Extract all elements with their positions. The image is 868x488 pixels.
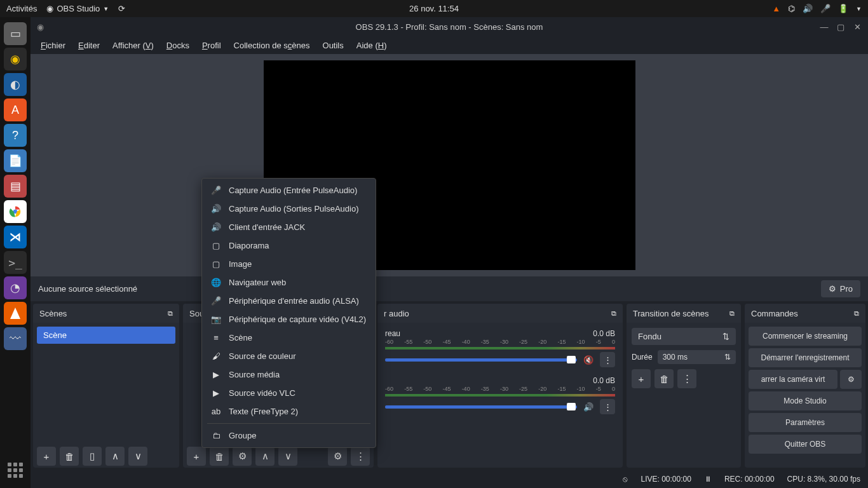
globe-icon: 🌐 (211, 278, 221, 287)
minimize-button[interactable]: — (820, 22, 829, 31)
remove-source-button[interactable]: 🗑 (210, 447, 229, 466)
list-icon: ≡ (211, 333, 221, 342)
dock-monitor[interactable]: 〰 (4, 327, 27, 350)
dock-rhythmbox[interactable]: ◉ (4, 48, 27, 71)
popout-icon[interactable]: ⧉ (729, 309, 735, 318)
exit-button[interactable]: Quitter OBS (749, 435, 862, 454)
properties-button[interactable]: ⚙ Pro (821, 280, 860, 297)
speaker-icon[interactable]: 🔊 (582, 402, 595, 412)
transition-select[interactable]: Fondu ⇅ (632, 328, 736, 345)
activities-button[interactable]: Activités (6, 4, 37, 13)
ctx-capture-audio-output[interactable]: 🔊Capture Audio (Sorties PulseAudio) (202, 200, 376, 218)
ctx-audio-input-alsa[interactable]: 🎤Périphérique d'entrée audio (ALSA) (202, 292, 376, 310)
mute-icon[interactable]: 🔇 (582, 355, 595, 365)
start-streaming-button[interactable]: Commencer le streaming (749, 327, 862, 346)
ctx-scene[interactable]: ≡Scène (202, 329, 376, 347)
menu-edit[interactable]: Editer (73, 38, 105, 53)
dock-software[interactable]: A (4, 98, 27, 121)
clock[interactable]: 26 nov. 11:54 (409, 4, 459, 13)
mixer-title: r audio (384, 309, 409, 318)
settings-button[interactable]: Paramètres (749, 413, 862, 432)
ctx-color-source[interactable]: 🖌Source de couleur (202, 347, 376, 365)
scene-item[interactable]: Scène (37, 327, 175, 344)
ctx-capture-audio-input[interactable]: 🎤Capture Audio (Entrée PulseAudio) (202, 181, 376, 200)
menu-file[interactable]: Fichier (36, 38, 71, 53)
dock-vscode[interactable]: ⋊ (4, 226, 27, 248)
virtual-camera-button[interactable]: arrer la caméra virt (749, 370, 837, 389)
ctx-browser[interactable]: 🌐Navigateur web (202, 273, 376, 292)
remove-scene-button[interactable]: 🗑 (60, 447, 79, 466)
mixer-panel: r audio ⧉ reau 0.0 dB -60-55-50-45-40-35… (377, 304, 623, 468)
speaker-icon: 🔊 (211, 204, 221, 214)
studio-mode-button[interactable]: Mode Studio (749, 391, 862, 410)
battery-icon[interactable]: 🔋 (838, 4, 848, 13)
app-menu[interactable]: ◉ OBS Studio ▼ (46, 4, 109, 13)
move-scene-down-button[interactable]: ∨ (128, 447, 147, 466)
window-title: OBS 29.1.3 - Profil: Sans nom - Scènes: … (356, 22, 543, 32)
ctx-vlc-source[interactable]: ▶Source vidéo VLC (202, 384, 376, 402)
popout-icon[interactable]: ⧉ (168, 309, 173, 318)
mixer-more-button[interactable]: ⋮ (600, 399, 615, 414)
volume-icon[interactable]: 🔊 (803, 4, 813, 13)
dock-terminal[interactable]: >_ (4, 251, 27, 274)
start-recording-button[interactable]: Démarrer l'enregistrement (749, 348, 862, 367)
add-transition-button[interactable]: + (632, 369, 651, 388)
duration-label: Durée (632, 353, 653, 362)
dock: ▭ ◉ ◐ A ? 📄 ▤ ⋊ >_ ◔ 〰 (0, 17, 31, 488)
dock-files[interactable]: ▭ (4, 22, 27, 45)
controls-panel: Commandes ⧉ Commencer le streaming Démar… (745, 304, 865, 468)
dock-chrome[interactable] (4, 200, 27, 223)
move-source-down-button[interactable]: ∨ (278, 447, 297, 466)
remove-transition-button[interactable]: 🗑 (654, 369, 674, 388)
dock-writer[interactable]: 📄 (4, 149, 27, 172)
ctx-slideshow[interactable]: ▢Diaporama (202, 236, 376, 255)
duration-spinner[interactable]: 300 ms ⇅ (658, 350, 736, 364)
transition-more-button[interactable]: ⋮ (677, 369, 696, 388)
ctx-group[interactable]: 🗀Groupe (202, 426, 376, 445)
popout-icon[interactable]: ⧉ (854, 309, 859, 318)
dock-obs[interactable]: ◔ (4, 276, 27, 299)
maximize-button[interactable]: ▢ (836, 22, 845, 31)
app-menu-label: OBS Studio (57, 4, 100, 13)
volume-slider[interactable] (385, 405, 577, 409)
vlc-tray-icon[interactable]: ▲ (772, 4, 780, 13)
mixer-meter (385, 347, 615, 349)
ctx-jack-client[interactable]: 🔊Client d'entrée JACK (202, 218, 376, 236)
menu-scene-collection[interactable]: Collection de scènes (229, 38, 315, 53)
system-menu-chevron-icon[interactable]: ▼ (856, 6, 862, 12)
mixer-channel-mic: 0.0 dB -60-55-50-45-40-35-30-25-20-15-10… (385, 375, 615, 414)
dock-thunderbird[interactable]: ◐ (4, 73, 27, 96)
menu-tools[interactable]: Outils (318, 38, 349, 53)
mixer-more-button[interactable]: ⋮ (600, 352, 615, 367)
ctx-text[interactable]: abTexte (FreeType 2) (202, 402, 376, 421)
move-source-up-button[interactable]: ∧ (255, 447, 275, 466)
microphone-icon[interactable]: 🎤 (820, 4, 831, 13)
dock-impress[interactable]: ▤ (4, 175, 27, 198)
ctx-media-source[interactable]: ▶Source média (202, 365, 376, 384)
ctx-image[interactable]: ▢Image (202, 255, 376, 273)
dock-vlc[interactable] (4, 302, 27, 325)
dock-show-apps[interactable] (4, 459, 27, 482)
popout-icon[interactable]: ⧉ (611, 309, 616, 318)
move-scene-up-button[interactable]: ∧ (105, 447, 125, 466)
volume-slider[interactable] (385, 358, 577, 362)
menu-help[interactable]: Aide (H) (351, 38, 392, 53)
network-icon[interactable]: ⌬ (788, 4, 795, 13)
add-source-button[interactable]: + (187, 447, 206, 466)
brush-icon: 🖌 (211, 351, 221, 361)
menu-view[interactable]: Afficher (V) (107, 38, 159, 53)
dock-help[interactable]: ? (4, 124, 27, 147)
refresh-icon[interactable]: ⟳ (118, 4, 125, 13)
source-more-button[interactable]: ⋮ (351, 447, 370, 466)
scene-filters-button[interactable]: ▯ (83, 447, 102, 466)
ctx-video-capture[interactable]: 📷Périphérique de capture vidéo (V4L2) (202, 310, 376, 329)
menu-docks[interactable]: Docks (161, 38, 194, 53)
menu-profile[interactable]: Profil (197, 38, 226, 53)
virtual-camera-settings-button[interactable]: ⚙ (840, 370, 862, 389)
rec-status: REC: 00:00:00 (724, 475, 775, 484)
add-scene-button[interactable]: + (37, 447, 56, 466)
source-settings-button[interactable]: ⚙ (328, 447, 347, 466)
gear-icon: ⚙ (829, 284, 836, 294)
source-properties-button[interactable]: ⚙ (233, 447, 252, 466)
close-button[interactable]: ✕ (853, 22, 862, 31)
